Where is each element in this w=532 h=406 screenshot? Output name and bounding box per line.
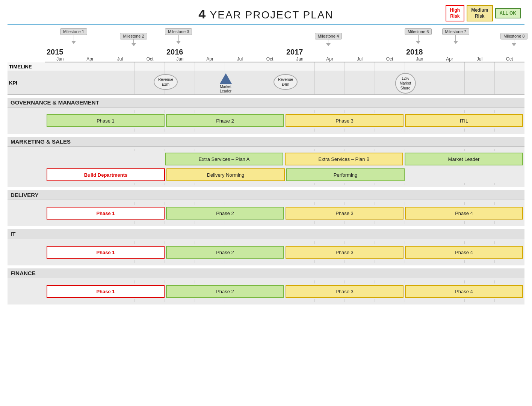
mktg-performing: Performing	[286, 168, 405, 181]
year-labels: 2015 2016 2017 2018	[45, 48, 524, 56]
gov-phase3: Phase 3	[286, 114, 404, 127]
it-phase2: Phase 2	[166, 246, 284, 259]
milestone-3-label: Milestone 3	[165, 28, 192, 35]
month-oct1: Oct	[135, 56, 165, 62]
kpi-revenue-4m: Revenue£4m	[274, 74, 298, 90]
del-phase1: Phase 1	[47, 207, 165, 220]
milestone-3: Milestone 3	[165, 28, 192, 44]
mktg-market-leader: Market Leader	[405, 153, 523, 165]
month-apr2: Apr	[195, 56, 225, 62]
timeline-header: Milestone 1 Milestone 2 Milestone 3	[8, 28, 524, 62]
month-jul4: Jul	[465, 56, 495, 62]
kpi-row: KPI Reve	[8, 71, 524, 95]
month-jan2: Jan	[165, 56, 195, 62]
milestone-7: Milestone 7	[442, 28, 469, 44]
delivery-section: DELIVERY Phase 1 Phas	[8, 190, 524, 226]
finance-header: FINANCE	[8, 268, 524, 278]
marketing-section: MARKETING & SALES	[8, 137, 524, 187]
delivery-row-1: Phase 1 Phase 2 Phase 3 Phase 4	[8, 205, 524, 221]
governance-section: GOVERNANCE & MANAGEMENT	[8, 98, 524, 134]
governance-row-1: Phase 1 Phase 2 Phase 3 ITIL	[8, 113, 524, 129]
mktg-delivery-norming: Delivery Norming	[166, 168, 285, 181]
del-phase2: Phase 2	[166, 207, 284, 220]
month-jul3: Jul	[345, 56, 375, 62]
year-2015: 2015	[45, 48, 165, 56]
gov-itil: ITIL	[405, 114, 523, 127]
mktg-build-dept: Build Departments	[47, 168, 165, 181]
gov-phase1: Phase 1	[47, 114, 165, 127]
kpi-market-share: 12%MarketShare	[395, 73, 416, 94]
month-oct2: Oct	[255, 56, 285, 62]
it-phase1: Phase 1	[47, 246, 165, 259]
finance-section: FINANCE Phase 1 Phase	[8, 268, 524, 304]
month-jan4: Jan	[405, 56, 435, 62]
milestone-2-label: Milestone 2	[120, 33, 147, 39]
mktg-extra-a: Extra Services – Plan A	[165, 153, 283, 165]
milestone-8-label: Milestone 8	[500, 33, 527, 39]
page-title: 4 YEAR PROJECT PLAN	[198, 7, 333, 21]
kpi-market-leader: MarketLeader	[220, 73, 232, 94]
it-header: IT	[8, 229, 524, 239]
month-jul1: Jul	[105, 56, 135, 62]
year-2017: 2017	[285, 48, 405, 56]
it-content: Phase 1 Phase 2 Phase 3 Phase 4	[8, 239, 524, 265]
finance-content: Phase 1 Phase 2 Phase 3 Phase 4	[8, 278, 524, 304]
finance-row-1: Phase 1 Phase 2 Phase 3 Phase 4	[8, 283, 524, 299]
title-rest: YEAR PROJECT PLAN	[210, 9, 334, 21]
milestone-1: Milestone 1	[60, 28, 87, 44]
del-phase3: Phase 3	[286, 207, 404, 220]
month-oct3: Oct	[375, 56, 405, 62]
milestone-2: Milestone 2	[120, 33, 147, 46]
marketing-header: MARKETING & SALES	[8, 137, 524, 147]
title-bold: 4	[198, 7, 206, 21]
month-apr4: Apr	[435, 56, 465, 62]
legend-all-ok: ALL OK	[495, 8, 521, 19]
kpi-area: Revenue£2m MarketLeader Revenue£4m 12%Ma…	[45, 71, 524, 94]
header-divider	[8, 24, 524, 25]
kpi-revenue-2m: Revenue£2m	[154, 74, 178, 90]
governance-content: Phase 1 Phase 2 Phase 3 ITIL	[8, 108, 524, 134]
legend-high-risk: HighRisk	[446, 5, 465, 21]
milestones-row1: Milestone 1 Milestone 2 Milestone 3	[45, 28, 524, 48]
marketing-row-2: Build Departments Delivery Norming Perfo…	[8, 167, 524, 183]
it-phase4: Phase 4	[405, 246, 523, 259]
milestone-6-label: Milestone 6	[405, 28, 432, 35]
marketing-row-1: Extra Services – Plan A Extra Services –…	[8, 151, 524, 167]
milestone-4-label: Milestone 4	[315, 33, 342, 39]
it-row-1: Phase 1 Phase 2 Phase 3 Phase 4	[8, 244, 524, 260]
month-jan3: Jan	[285, 56, 315, 62]
fin-phase4: Phase 4	[405, 285, 523, 298]
delivery-header: DELIVERY	[8, 190, 524, 200]
legend-medium-risk: MediumRisk	[467, 5, 493, 21]
milestone-4: Milestone 4	[315, 33, 342, 46]
month-labels: Jan Apr Jul Oct Jan Apr Jul Oct Jan Apr …	[45, 56, 524, 62]
fin-phase2: Phase 2	[166, 285, 284, 298]
marketing-content: Extra Services – Plan A Extra Services –…	[8, 147, 524, 187]
month-apr1: Apr	[75, 56, 105, 62]
del-phase4: Phase 4	[405, 207, 523, 220]
gov-phase2: Phase 2	[166, 114, 284, 127]
fin-phase3: Phase 3	[286, 285, 404, 298]
mktg-extra-b: Extra Services – Plan B	[285, 153, 403, 165]
month-oct4: Oct	[494, 56, 524, 62]
month-jul2: Jul	[225, 56, 255, 62]
timeline-cells	[45, 62, 524, 71]
timeline-row: TIMELINE	[8, 62, 524, 71]
month-apr3: Apr	[315, 56, 345, 62]
timeline-section-label: TIMELINE	[8, 63, 45, 71]
milestone-1-label: Milestone 1	[60, 28, 87, 35]
year-2018: 2018	[405, 48, 524, 56]
milestone-7-label: Milestone 7	[442, 28, 469, 35]
legend: HighRisk MediumRisk ALL OK	[446, 5, 521, 21]
month-jan1: Jan	[45, 56, 75, 62]
page: 4 YEAR PROJECT PLAN HighRisk MediumRisk …	[0, 0, 532, 406]
milestone-6: Milestone 6	[405, 28, 432, 44]
fin-phase1: Phase 1	[47, 285, 165, 298]
kpi-label: KPI	[8, 79, 45, 87]
year-2016: 2016	[165, 48, 285, 56]
delivery-content: Phase 1 Phase 2 Phase 3 Phase 4	[8, 200, 524, 226]
it-section: IT Phase 1 Phase 2	[8, 229, 524, 265]
it-phase3: Phase 3	[286, 246, 404, 259]
milestone-8: Milestone 8	[500, 33, 527, 46]
governance-header: GOVERNANCE & MANAGEMENT	[8, 98, 524, 108]
